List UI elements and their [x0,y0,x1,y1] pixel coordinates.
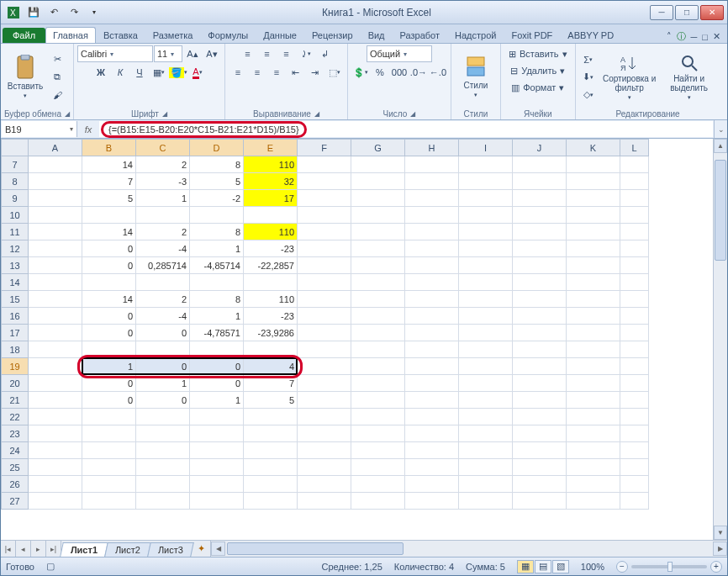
sheet-tab-Лист2[interactable]: Лист2 [104,542,151,557]
cell-H16[interactable] [405,308,459,325]
cell-L11[interactable] [620,224,649,240]
cell-K20[interactable] [567,375,620,392]
cell-I13[interactable] [459,257,513,274]
cell-G14[interactable] [351,274,405,291]
cell-J19[interactable] [513,358,567,375]
row-header-15[interactable]: 15 [2,291,29,308]
cell-J11[interactable] [513,224,567,240]
cell-K26[interactable] [567,476,620,493]
cell-L7[interactable] [620,156,649,173]
col-header-B[interactable]: B [82,140,136,156]
font-size-combo[interactable]: 11▾ [154,45,182,62]
tab-вид[interactable]: Вид [361,27,393,43]
cell-E7[interactable]: 110 [244,156,298,173]
cell-H14[interactable] [405,274,459,291]
cell-I18[interactable] [459,341,513,358]
cell-F10[interactable] [298,207,351,224]
mdi-max[interactable]: □ [702,32,708,42]
cell-K22[interactable] [567,409,620,425]
zoom-slider[interactable] [631,565,707,568]
autosum-button[interactable]: Σ▾ [579,51,598,68]
cell-I21[interactable] [459,392,513,409]
cell-A11[interactable] [29,224,82,240]
row-header-10[interactable]: 10 [2,207,29,224]
cell-J21[interactable] [513,392,567,409]
cell-C21[interactable]: 0 [136,392,190,409]
cell-A8[interactable] [29,173,82,190]
find-select-button[interactable]: Найти и выделить▾ [662,50,717,105]
cells-format-button[interactable]: ▥ Формат ▾ [507,79,568,96]
row-header-24[interactable]: 24 [2,442,29,459]
cell-F15[interactable] [298,291,351,308]
decrease-decimal-button[interactable]: ←.0 [429,64,447,81]
cell-I11[interactable] [459,224,513,240]
insert-function-button[interactable]: fx [80,122,97,137]
cell-A15[interactable] [29,291,82,308]
cell-C26[interactable] [136,476,190,493]
cell-A13[interactable] [29,257,82,274]
cell-G8[interactable] [351,173,405,190]
cell-G20[interactable] [351,375,405,392]
cell-K11[interactable] [567,224,620,240]
cell-H20[interactable] [405,375,459,392]
shrink-font-button[interactable]: A▾ [203,45,221,62]
cell-L15[interactable] [620,291,649,308]
cell-A17[interactable] [29,325,82,341]
cell-A10[interactable] [29,207,82,224]
row-header-18[interactable]: 18 [2,341,29,358]
row-header-26[interactable]: 26 [2,476,29,493]
cell-E16[interactable]: -23 [244,308,298,325]
cell-C7[interactable]: 2 [136,156,190,173]
col-header-H[interactable]: H [405,140,459,156]
copy-button[interactable]: ⧉ [48,69,66,86]
cell-G13[interactable] [351,257,405,274]
cell-C15[interactable]: 2 [136,291,190,308]
format-painter-button[interactable]: 🖌 [48,87,66,103]
cell-L16[interactable] [620,308,649,325]
cell-C23[interactable] [136,425,190,442]
cell-G22[interactable] [351,409,405,425]
cell-I20[interactable] [459,375,513,392]
cell-I24[interactable] [459,442,513,459]
cell-L19[interactable] [620,358,649,375]
cell-F22[interactable] [298,409,351,425]
col-header-E[interactable]: E [244,140,298,156]
formula-bar[interactable]: {=(B15:E15-B20:E20*C15-B21:E21*D15)/B15} [99,121,713,137]
cell-L26[interactable] [620,476,649,493]
cell-E24[interactable] [244,442,298,459]
cell-H12[interactable] [405,240,459,257]
cell-F19[interactable] [298,358,351,375]
cell-J26[interactable] [513,476,567,493]
cell-A25[interactable] [29,459,82,476]
cell-A23[interactable] [29,425,82,442]
cell-B9[interactable]: 5 [82,190,136,207]
tab-данные[interactable]: Данные [256,27,304,43]
cell-E15[interactable]: 110 [244,291,298,308]
cell-F13[interactable] [298,257,351,274]
cell-G19[interactable] [351,358,405,375]
cut-button[interactable]: ✂ [48,51,66,68]
cell-B10[interactable] [82,207,136,224]
cell-D16[interactable]: 1 [190,308,244,325]
cell-J10[interactable] [513,207,567,224]
mdi-min[interactable]: ─ [691,32,698,42]
cell-F25[interactable] [298,459,351,476]
cell-A9[interactable] [29,190,82,207]
tab-foxit pdf[interactable]: Foxit PDF [504,27,560,43]
cell-E9[interactable]: 17 [244,190,298,207]
cell-G17[interactable] [351,325,405,341]
font-color-button[interactable]: A▾ [188,64,207,81]
cell-B16[interactable]: 0 [82,308,136,325]
cell-L18[interactable] [620,341,649,358]
cell-J14[interactable] [513,274,567,291]
name-box[interactable]: B19▾ [2,121,77,137]
tab-надстрой[interactable]: Надстрой [447,27,504,43]
cell-F7[interactable] [298,156,351,173]
cell-H27[interactable] [405,493,459,510]
vscroll-thumb[interactable] [715,160,726,261]
cell-C24[interactable] [136,442,190,459]
horizontal-scrollbar[interactable]: ◀ ▶ [210,541,727,557]
vertical-scrollbar[interactable]: ▲ ▼ [713,139,727,540]
cell-K12[interactable] [567,240,620,257]
cell-B14[interactable] [82,274,136,291]
